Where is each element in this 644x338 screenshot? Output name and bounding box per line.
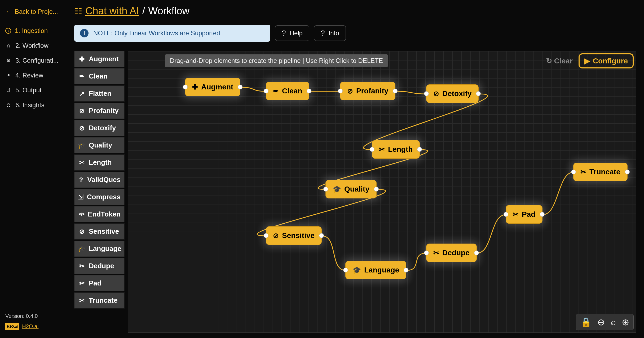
checklist-icon: ☷ (74, 6, 82, 16)
node-detoxify[interactable]: Detoxify (426, 84, 479, 103)
node-clean[interactable]: Clean (266, 82, 309, 100)
zoom-in-button[interactable] (619, 315, 632, 329)
zoom-fit-button[interactable] (608, 315, 619, 329)
port-in[interactable] (370, 147, 374, 152)
port-out[interactable] (417, 147, 422, 152)
node-length[interactable]: Length (372, 140, 420, 159)
port-in[interactable] (183, 85, 188, 89)
sidebar-item-ingestion[interactable]: 1. Ingestion (5, 23, 64, 38)
palette-item-compress[interactable]: Compress (74, 189, 125, 205)
cut-icon (379, 145, 385, 154)
flatten-icon (78, 90, 86, 97)
palette-item-length[interactable]: Length (74, 154, 125, 171)
reload-icon (546, 57, 552, 65)
lock-button[interactable] (578, 315, 594, 329)
palette-item-dedupe[interactable]: Dedupe (74, 258, 125, 274)
zoom-out-button[interactable] (595, 315, 607, 329)
palette-item-validques[interactable]: ValidQues (74, 172, 125, 188)
back-label: Back to Proje... (15, 8, 58, 15)
port-in[interactable] (504, 212, 508, 217)
ban-icon (78, 228, 86, 235)
palette-item-profanity[interactable]: Profanity (74, 103, 125, 119)
node-quality[interactable]: Quality (325, 180, 377, 198)
port-in[interactable] (338, 89, 343, 93)
port-in[interactable] (343, 268, 348, 272)
node-label: Clean (282, 87, 302, 95)
port-in[interactable] (571, 170, 576, 174)
cap-icon (333, 185, 341, 193)
workflow-icon (5, 42, 12, 49)
port-in[interactable] (424, 91, 429, 96)
gear-icon (5, 57, 12, 64)
node-augment[interactable]: Augment (185, 78, 240, 96)
back-to-project-link[interactable]: Back to Proje... (5, 8, 64, 15)
brand-badge: H2O.ai (5, 323, 19, 330)
palette-item-augment[interactable]: Augment (74, 51, 125, 67)
configure-button[interactable]: Configure (579, 53, 634, 68)
sidebar-item-workflow[interactable]: 2. Workflow (5, 38, 64, 53)
palette-item-pad[interactable]: Pad (74, 275, 125, 291)
node-sensitive[interactable]: Sensitive (266, 226, 322, 245)
compress-icon (78, 193, 84, 201)
node-dedupe[interactable]: Dedupe (426, 244, 477, 262)
node-truncate[interactable]: Truncate (573, 163, 628, 181)
scissors-icon (78, 297, 86, 304)
cut-icon (433, 249, 439, 257)
port-out[interactable] (476, 91, 481, 96)
palette-item-detoxify[interactable]: Detoxify (74, 120, 125, 136)
palette-item-endtoken[interactable]: EndToken (74, 206, 125, 222)
brush-icon (78, 73, 86, 80)
port-in[interactable] (264, 89, 268, 93)
port-out[interactable] (319, 233, 324, 238)
help-button[interactable]: ? Help (275, 25, 309, 41)
port-out[interactable] (393, 89, 398, 93)
port-out[interactable] (374, 187, 379, 192)
node-label: Truncate (589, 168, 620, 176)
info-button[interactable]: ? Info (314, 25, 346, 41)
node-profanity[interactable]: Profanity (340, 82, 395, 100)
sidebar-footer: Version: 0.4.0 H2O.ai H2O.ai (5, 313, 64, 330)
palette-item-quality[interactable]: Quality (74, 137, 125, 153)
port-in[interactable] (264, 233, 268, 238)
port-in[interactable] (424, 250, 429, 255)
node-label: Augment (201, 83, 233, 91)
palette-item-language[interactable]: Language (74, 241, 125, 257)
divider (74, 47, 636, 47)
node-label: Pad (522, 210, 535, 219)
canvas[interactable]: Drag-and-Drop elements to create the pip… (128, 51, 636, 333)
port-out[interactable] (540, 212, 545, 217)
palette-item-flatten[interactable]: Flatten (74, 85, 125, 102)
breadcrumb: ☷ Chat with AI / Workflow (74, 5, 636, 17)
port-out[interactable] (238, 85, 242, 89)
plus-icon (192, 83, 198, 91)
graduation-cap-icon (78, 142, 86, 149)
canvas-top-actions: Clear Configure (543, 53, 634, 68)
palette-item-clean[interactable]: Clean (74, 68, 125, 84)
scale-icon (5, 102, 12, 108)
node-label: Quality (344, 185, 369, 193)
palette-item-sensitive[interactable]: Sensitive (74, 223, 125, 240)
breadcrumb-title-link[interactable]: Chat with AI (85, 5, 139, 17)
help-circle-icon (78, 176, 84, 184)
port-out[interactable] (474, 250, 479, 255)
workspace: Augment Clean Flatten Profanity Detoxify… (74, 51, 636, 333)
clear-button[interactable]: Clear (543, 53, 576, 68)
port-in[interactable] (323, 187, 328, 192)
sidebar-item-review[interactable]: 4. Review (5, 68, 64, 83)
palette: Augment Clean Flatten Profanity Detoxify… (74, 51, 125, 333)
node-pad[interactable]: Pad (506, 205, 542, 224)
brand-link[interactable]: H2O.ai H2O.ai (5, 323, 64, 330)
arrow-left-icon (5, 8, 12, 15)
eye-icon (5, 72, 12, 79)
plus-icon (78, 55, 86, 63)
port-out[interactable] (404, 268, 408, 272)
sidebar-item-insights[interactable]: 6. Insights (5, 98, 64, 112)
cut-icon (513, 210, 519, 219)
node-language[interactable]: Language (345, 261, 406, 279)
palette-item-truncate[interactable]: Truncate (74, 292, 125, 309)
port-out[interactable] (307, 89, 311, 93)
sidebar-item-configuration[interactable]: 3. Configurati... (5, 53, 64, 68)
port-out[interactable] (625, 170, 630, 174)
tree-icon (5, 87, 12, 93)
sidebar-item-output[interactable]: 5. Output (5, 83, 64, 98)
